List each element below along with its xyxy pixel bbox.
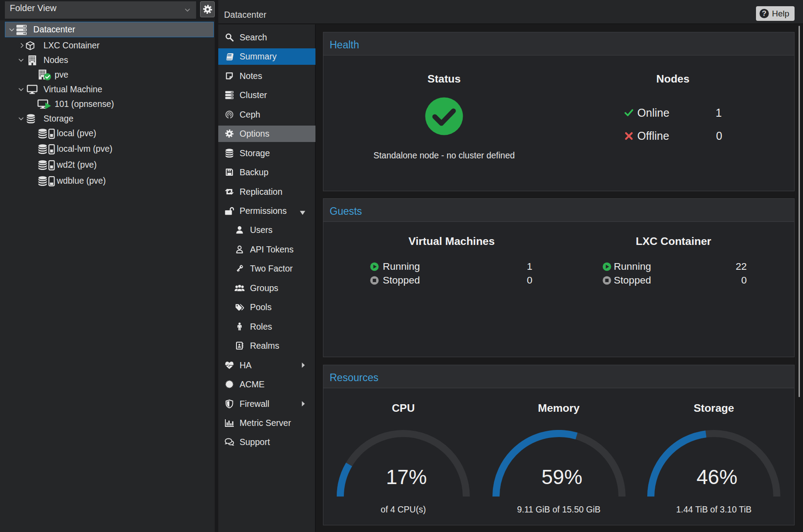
svg-text:?: ? xyxy=(762,9,766,18)
